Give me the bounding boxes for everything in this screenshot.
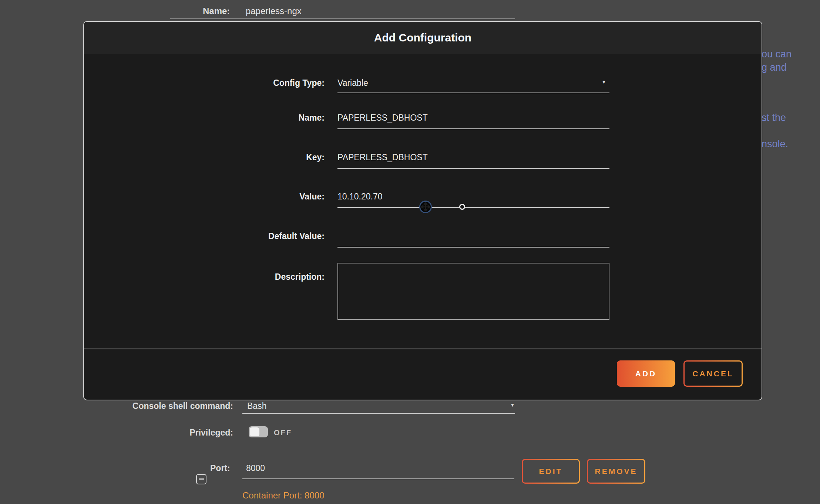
config-type-select[interactable]: Variable	[337, 78, 596, 88]
add-button[interactable]: ADD	[617, 360, 675, 387]
key-input[interactable]: PAPERLESS_DBHOST	[337, 152, 596, 162]
toggle-knob	[250, 427, 259, 436]
bg-name-underline	[170, 19, 515, 19]
name-underline	[337, 128, 609, 129]
privileged-label: Privileged:	[89, 428, 233, 438]
name-label: Name:	[195, 113, 325, 123]
chevron-down-icon: ▼	[601, 79, 606, 85]
config-type-underline	[337, 93, 609, 93]
add-configuration-dialog: Add Configuration Config Type: Variable …	[83, 21, 762, 400]
description-label: Description:	[195, 272, 325, 282]
value-input[interactable]: 10.10.20.70	[337, 192, 596, 202]
move-cursor-icon	[419, 201, 432, 213]
port-value[interactable]: 8000	[246, 463, 265, 473]
cancel-button[interactable]: CANCEL	[683, 360, 743, 387]
dialog-title: Add Configuration	[84, 31, 762, 44]
config-type-label: Config Type:	[195, 78, 325, 88]
chevron-down-icon: ▼	[510, 402, 515, 408]
footer-divider	[84, 349, 762, 349]
console-shell-select[interactable]: Bash	[247, 401, 266, 411]
bg-name-label: Name:	[203, 6, 230, 16]
edit-button[interactable]: EDIT	[522, 459, 580, 484]
bg-name-value[interactable]: paperless-ngx	[246, 6, 302, 16]
move-arrows-glyph	[421, 202, 430, 211]
value-underline	[337, 207, 609, 208]
default-value-label: Default Value:	[195, 231, 325, 241]
remove-button[interactable]: REMOVE	[587, 459, 645, 484]
container-port-note: Container Port: 8000	[242, 490, 324, 501]
bg-help-text-fragment: st the	[762, 112, 786, 124]
bg-help-text-fragment: ou can	[762, 48, 792, 60]
default-value-underline	[337, 247, 609, 248]
key-label: Key:	[195, 152, 325, 162]
bg-help-text-fragment: g and	[762, 62, 787, 73]
console-shell-underline	[242, 413, 515, 414]
value-label: Value:	[195, 192, 325, 202]
description-textarea[interactable]	[337, 263, 609, 320]
name-input[interactable]: PAPERLESS_DBHOST	[337, 113, 596, 123]
key-underline	[337, 168, 609, 169]
privileged-toggle[interactable]	[249, 426, 268, 437]
port-underline	[242, 478, 514, 479]
bg-help-text-fragment: nsole.	[762, 138, 788, 150]
page: { "modal": { "title": "Add Configuration…	[0, 0, 820, 504]
console-shell-label: Console shell command:	[89, 401, 233, 411]
privileged-state: OFF	[274, 429, 292, 437]
collapse-minus-icon[interactable]	[196, 474, 206, 484]
click-marker-icon	[459, 204, 465, 210]
port-label: Port:	[210, 463, 230, 473]
